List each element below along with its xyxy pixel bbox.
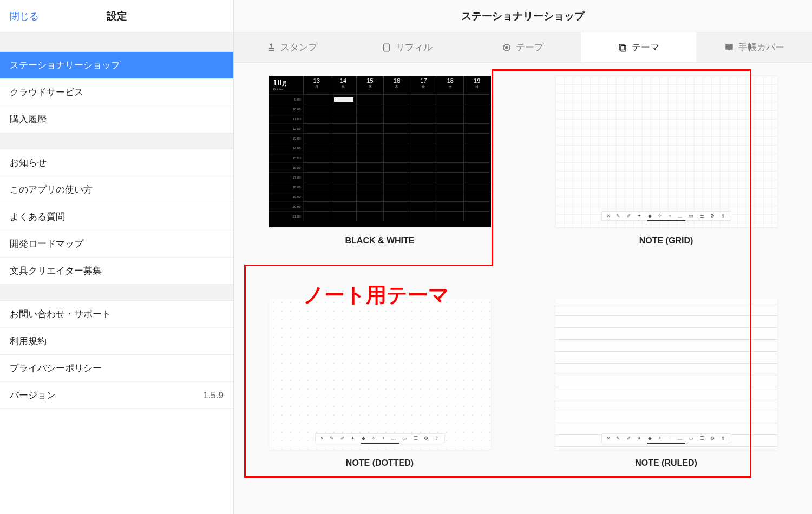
sidebar-item-version: バージョン 1.5.9	[0, 382, 233, 409]
sidebar-item-label: このアプリの使い方	[10, 183, 93, 196]
svg-rect-0	[384, 44, 390, 51]
theme-label: NOTE (RULED)	[635, 458, 697, 468]
sidebar-item-roadmap[interactable]: 開発ロードマップ	[0, 230, 233, 258]
shop-tabbar: スタンプ リフィル テープ テーマ 手帳カバー	[234, 32, 812, 63]
sidebar-gap	[0, 285, 233, 301]
tab-theme[interactable]: テーマ	[581, 32, 697, 62]
settings-sidebar: 閉じる 設定 ステーショナリーショップ クラウドサービス 購入履歴 お知らせ こ…	[0, 0, 234, 514]
sidebar-item-stationery-shop[interactable]: ステーショナリーショップ	[0, 52, 233, 79]
sidebar-item-label: 文具クリエイター募集	[10, 265, 102, 277]
sidebar-item-label: よくある質問	[10, 210, 65, 223]
main-panel: ステーショナリーショップ スタンプ リフィル テープ テーマ 手帳カバー	[234, 0, 812, 514]
sidebar-item-creator-recruit[interactable]: 文具クリエイター募集	[0, 258, 233, 285]
theme-thumbnail: ×✎✐✦◆✧+…▭☰⚙⇧	[555, 298, 777, 450]
sidebar-item-purchase-history[interactable]: 購入履歴	[0, 106, 233, 133]
sidebar-item-label: お問い合わせ・サポート	[10, 308, 111, 320]
sidebar-item-privacy[interactable]: プライバシーポリシー	[0, 355, 233, 382]
main-title: ステーショナリーショップ	[461, 9, 585, 23]
tab-label: 手帳カバー	[738, 41, 784, 54]
svg-point-2	[506, 46, 508, 49]
theme-thumbnail: ×✎✐✦◆✧+…▭☰⚙⇧	[555, 76, 777, 227]
tab-label: テープ	[516, 41, 543, 54]
tab-stamp[interactable]: スタンプ	[234, 32, 350, 62]
tab-tape[interactable]: テープ	[465, 32, 581, 62]
sidebar-item-howto[interactable]: このアプリの使い方	[0, 176, 233, 203]
theme-label: NOTE (GRID)	[639, 236, 693, 246]
sidebar-item-news[interactable]: お知らせ	[0, 149, 233, 176]
toolbar-preview: ×✎✐✦◆✧+…▭☰⚙⇧	[601, 211, 731, 221]
sidebar-item-terms[interactable]: 利用規約	[0, 328, 233, 355]
theme-label: NOTE (DOTTED)	[346, 458, 414, 468]
sidebar-item-label: バージョン	[10, 389, 56, 401]
refill-icon	[382, 43, 391, 52]
sidebar-item-faq[interactable]: よくある質問	[0, 203, 233, 230]
sidebar-item-support[interactable]: お問い合わせ・サポート	[0, 301, 233, 328]
tab-label: リフィル	[396, 41, 433, 54]
tape-icon	[502, 43, 512, 52]
sidebar-item-label: お知らせ	[10, 156, 47, 169]
theme-card-black-white[interactable]: 10月October 13月 14火 15水 16木 17金 18土 19日 9…	[250, 76, 509, 279]
sidebar-item-label: 開発ロードマップ	[10, 238, 83, 250]
close-button[interactable]: 閉じる	[10, 10, 39, 23]
tab-label: テーマ	[632, 41, 659, 54]
sidebar-item-cloud-service[interactable]: クラウドサービス	[0, 79, 233, 106]
cover-icon	[724, 43, 734, 52]
theme-card-note-ruled[interactable]: ×✎✐✦◆✧+…▭☰⚙⇧ NOTE (RULED)	[536, 298, 796, 501]
theme-card-note-grid[interactable]: ×✎✐✦◆✧+…▭☰⚙⇧ NOTE (GRID)	[536, 76, 796, 279]
theme-thumbnail: ×✎✐✦◆✧+…▭☰⚙⇧	[269, 298, 491, 450]
sidebar-gap	[0, 133, 233, 149]
version-number: 1.5.9	[203, 390, 224, 401]
tab-cover[interactable]: 手帳カバー	[696, 32, 812, 62]
tab-label: スタンプ	[280, 41, 317, 54]
sidebar-item-label: 利用規約	[10, 335, 47, 347]
theme-grid: 10月October 13月 14火 15水 16木 17金 18土 19日 9…	[234, 63, 812, 514]
theme-card-note-dotted[interactable]: ×✎✐✦◆✧+…▭☰⚙⇧ NOTE (DOTTED)	[250, 298, 509, 501]
sidebar-item-label: プライバシーポリシー	[10, 362, 102, 374]
theme-icon	[618, 43, 627, 52]
sidebar-item-label: ステーショナリーショップ	[10, 59, 120, 71]
sidebar-header: 閉じる 設定	[0, 0, 233, 32]
main-header: ステーショナリーショップ	[234, 0, 812, 32]
theme-label: BLACK & WHITE	[345, 236, 415, 246]
sidebar-item-label: クラウドサービス	[10, 86, 83, 98]
sidebar-gap	[0, 32, 233, 52]
theme-thumbnail: 10月October 13月 14火 15水 16木 17金 18土 19日 9…	[269, 76, 491, 227]
stamp-icon	[266, 43, 276, 52]
tab-refill[interactable]: リフィル	[350, 32, 466, 62]
toolbar-preview: ×✎✐✦◆✧+…▭☰⚙⇧	[315, 433, 445, 443]
sidebar-item-label: 購入履歴	[10, 113, 47, 126]
toolbar-preview: ×✎✐✦◆✧+…▭☰⚙⇧	[601, 433, 731, 443]
